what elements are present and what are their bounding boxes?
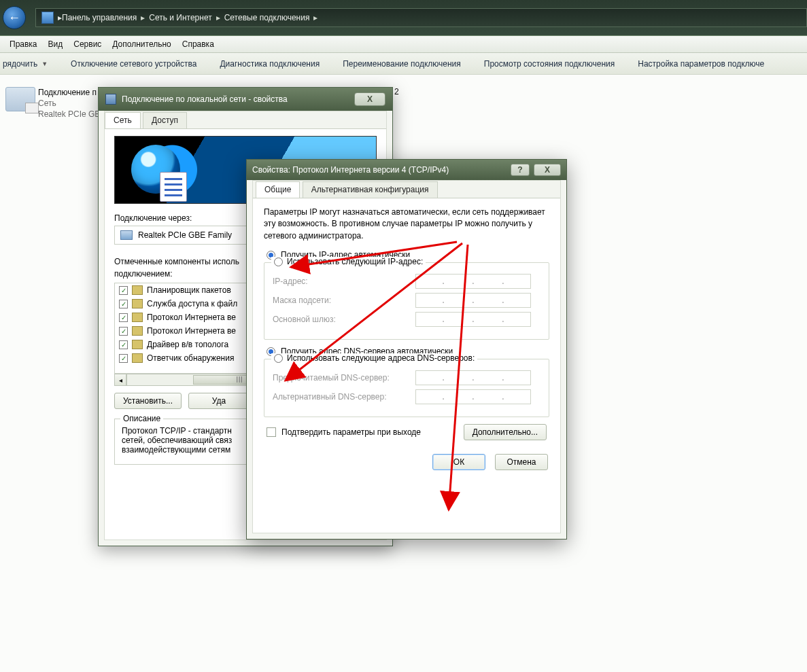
dns1-input[interactable]: ... [415, 370, 531, 385]
component-icon [132, 340, 143, 349]
scroll-marker: III [236, 375, 243, 385]
toolbar-diagnose[interactable]: Диагностика подключения [220, 59, 320, 69]
description-legend: Описание [120, 414, 163, 423]
toolbar: рядочить ▼ Отключение сетевого устройств… [0, 53, 807, 75]
component-label: Драйвер в/в тополога [147, 340, 228, 349]
ipv4-properties-dialog: Свойства: Протокол Интернета версии 4 (T… [246, 159, 567, 540]
dialog-title: Подключение по локальной сети - свойства [122, 94, 288, 104]
tab-alt-config[interactable]: Альтернативная конфигурация [303, 181, 438, 198]
uninstall-button[interactable]: Уда [188, 393, 250, 409]
toolbar-rename[interactable]: Переименование подключения [343, 59, 461, 69]
dialog-body: Общие Альтернативная конфигурация Параме… [252, 180, 561, 533]
toolbar-arrange[interactable]: рядочить ▼ [3, 59, 48, 69]
connection-title: Подключение п [38, 87, 100, 98]
checkbox-icon[interactable]: ✓ [119, 340, 128, 349]
adapter-icon [120, 230, 133, 240]
menu-extra[interactable]: Дополнительно [112, 39, 171, 49]
menu-bar: Правка Вид Сервис Дополнительно Справка [0, 35, 807, 53]
component-label: Протокол Интернета ве [147, 326, 236, 336]
radio-icon[interactable] [274, 258, 283, 266]
radio-icon[interactable] [274, 354, 283, 363]
checklist-icon [160, 172, 187, 202]
chevron-down-icon: ▼ [41, 60, 48, 67]
install-button[interactable]: Установить... [114, 393, 182, 409]
mask-input[interactable]: ... [415, 293, 531, 308]
manual-ip-group: Использовать следующий IP-адрес: IP-адре… [264, 262, 549, 340]
tab-network[interactable]: Сеть [105, 112, 141, 128]
scroll-left-button[interactable]: ◂ [114, 374, 126, 386]
tab-access[interactable]: Доступ [143, 112, 187, 128]
menu-edit[interactable]: Правка [10, 39, 37, 49]
dns2-input[interactable]: ... [415, 389, 531, 404]
breadcrumb-item[interactable]: Панель управления [62, 13, 137, 22]
breadcrumb-sep: ▸ [141, 13, 145, 22]
cancel-button[interactable]: Отмена [495, 454, 548, 470]
dialog-icon [105, 94, 116, 105]
dns1-label: Предпочитаемый DNS-сервер: [273, 373, 409, 383]
ip-input[interactable]: ... [415, 274, 531, 289]
nav-back-button[interactable]: ← [3, 6, 26, 29]
connection-sub1: Сеть [38, 98, 100, 109]
gateway-label: Основной шлюз: [273, 315, 409, 324]
radio-manual-ip-label[interactable]: Использовать следующий IP-адрес: [287, 257, 423, 266]
component-icon [132, 353, 143, 363]
connection-sub2: Realtek PCIe GB [38, 109, 100, 120]
dialog-titlebar[interactable]: Подключение по локальной сети - свойства… [99, 88, 392, 111]
component-icon [132, 326, 143, 336]
ip-label: IP-адрес: [273, 277, 409, 286]
address-bar: ← ▸ Панель управления ▸ Сеть и Интернет … [0, 0, 807, 35]
tabs: Сеть Доступ [105, 111, 386, 129]
breadcrumb-item[interactable]: Сетевые подключения [224, 13, 310, 22]
toolbar-settings[interactable]: Настройка параметров подключе [638, 59, 764, 69]
connection-text: Подключение п Сеть Realtek PCIe GB [38, 87, 100, 120]
checkbox-icon[interactable]: ✓ [119, 327, 128, 336]
dns2-label: Альтернативный DNS-сервер: [273, 392, 409, 402]
control-panel-icon [41, 12, 54, 24]
menu-help[interactable]: Справка [182, 39, 214, 49]
toolbar-status[interactable]: Просмотр состояния подключения [484, 59, 615, 69]
close-button[interactable]: X [354, 92, 385, 106]
component-icon [132, 285, 143, 295]
breadcrumb-strip[interactable]: ▸ Панель управления ▸ Сеть и Интернет ▸ … [35, 8, 807, 27]
toolbar-arrange-label: рядочить [3, 59, 37, 69]
component-label: Служба доступа к файл [147, 299, 237, 308]
checkbox-icon[interactable]: ✓ [119, 286, 128, 295]
menu-service[interactable]: Сервис [73, 39, 101, 49]
confirm-row: Подтвердить параметры при выходе Дополни… [267, 424, 547, 440]
checkbox-icon[interactable]: ✓ [119, 313, 128, 322]
advanced-button[interactable]: Дополнительно... [464, 424, 547, 440]
dialog-buttons: ОК Отмена [265, 454, 548, 470]
component-icon [132, 299, 143, 308]
radio-manual-dns-label[interactable]: Использовать следующие адреса DNS-сервер… [287, 353, 475, 363]
component-icon [132, 313, 143, 322]
confirm-label: Подтвердить параметры при выходе [281, 427, 421, 437]
menu-view[interactable]: Вид [48, 39, 63, 49]
ok-button[interactable]: ОК [432, 454, 485, 470]
connection-item[interactable]: Подключение п Сеть Realtek PCIe GB [5, 87, 100, 120]
dialog-titlebar[interactable]: Свойства: Протокол Интернета версии 4 (T… [247, 160, 566, 180]
tab-general[interactable]: Общие [256, 181, 300, 198]
breadcrumb-sep: ▸ [216, 13, 220, 22]
toolbar-disable[interactable]: Отключение сетевого устройства [71, 59, 196, 69]
manual-dns-group: Использовать следующие адреса DNS-сервер… [264, 359, 549, 417]
confirm-checkbox[interactable] [267, 427, 276, 437]
checkbox-icon[interactable]: ✓ [119, 354, 128, 363]
dialog-title: Свойства: Протокол Интернета версии 4 (T… [252, 165, 449, 175]
breadcrumb-item[interactable]: Сеть и Интернет [149, 13, 211, 22]
adapter-name: Realtek PCIe GBE Family [138, 230, 232, 240]
component-label: Протокол Интернета ве [147, 313, 236, 322]
connection-item-2-fragment: 2 [394, 87, 399, 96]
network-adapter-icon [5, 87, 35, 111]
component-label: Ответчик обнаружения [147, 353, 234, 363]
close-button[interactable]: X [534, 164, 561, 176]
mask-label: Маска подсети: [273, 296, 409, 305]
component-label: Планировщик пакетов [147, 285, 231, 295]
tabs: Общие Альтернативная конфигурация [253, 181, 560, 198]
gateway-input[interactable]: ... [415, 312, 531, 327]
breadcrumb-sep: ▸ [313, 13, 317, 22]
checkbox-icon[interactable]: ✓ [119, 300, 128, 308]
intro-text: Параметры IP могут назначаться автоматич… [264, 207, 549, 242]
help-button[interactable]: ? [511, 164, 530, 176]
